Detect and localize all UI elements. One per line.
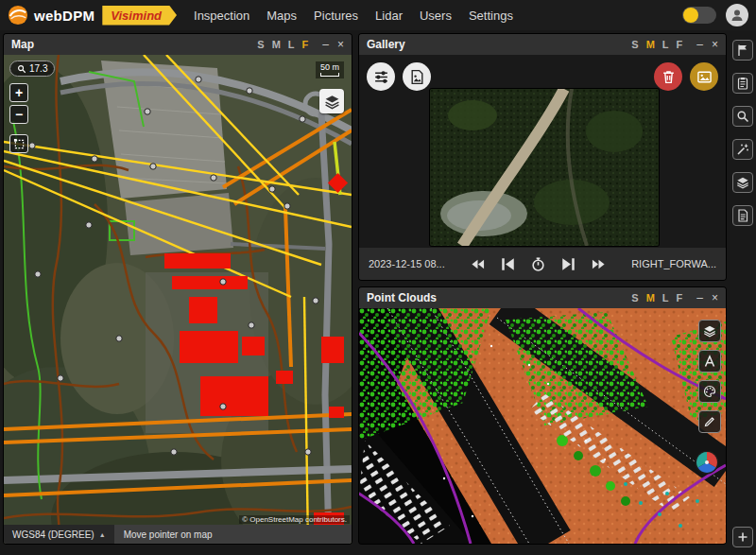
nav-item-pictures[interactable]: Pictures [314,9,358,23]
flags-tool-button[interactable] [732,40,753,61]
map-attribution: © OpenStreetMap contributors. [239,515,350,524]
gallery-minimize-button[interactable]: – [696,39,703,50]
pc-close-button[interactable]: × [712,292,718,304]
map-body: 17.3 + − 50 m © OpenStreetMap contributo… [4,55,352,544]
top-bar: webDPM Visimind Inspection Maps Pictures… [0,0,756,30]
gallery-camera-label: RIGHT_FORWA... [631,258,716,269]
gallery-filter-button[interactable] [367,62,395,91]
app-logo[interactable]: webDPM [8,5,94,26]
orientation-gizmo[interactable] [695,450,719,475]
point-clouds-body [359,308,726,544]
fast-forward-button[interactable] [589,254,608,273]
layers-tool-button[interactable] [732,172,753,193]
crs-selector-button[interactable]: WGS84 (DEGREE) ▲ [4,525,114,544]
toggle-knob-icon [683,8,698,23]
zoom-in-button[interactable]: + [9,83,28,102]
pc-size-small-button[interactable]: S [631,292,638,304]
measure-tool-button[interactable] [732,139,753,160]
map-status-bar: WGS84 (DEGREE) ▲ Move pointer on map [4,525,352,544]
point-clouds-panel-title: Point Clouds [367,291,437,304]
gallery-photo[interactable] [430,89,659,246]
zoom-level-indicator: 17.3 [9,61,55,77]
rewind-button[interactable] [468,254,487,273]
point-cloud-toolbar [698,320,721,433]
pc-layers-button[interactable] [698,320,721,342]
nav-item-users[interactable]: Users [420,9,452,23]
gallery-size-large-button[interactable]: L [662,39,669,50]
previous-frame-button[interactable] [498,254,517,273]
map-close-button[interactable]: × [337,39,344,50]
search-tool-button[interactable] [732,106,753,127]
map-canvas[interactable] [4,55,352,544]
add-panel-button[interactable] [732,527,753,547]
reports-tool-button[interactable] [732,73,753,94]
gallery-size-small-button[interactable]: S [631,39,638,50]
gallery-export-button[interactable] [403,62,431,91]
gallery-size-medium-button[interactable]: M [646,39,655,50]
pc-size-full-button[interactable]: F [677,292,683,304]
map-layers-button[interactable] [319,89,344,113]
pc-minimize-button[interactable]: – [696,292,703,304]
plus-icon [736,530,749,544]
gallery-delete-button[interactable] [654,62,682,91]
right-toolbar [730,30,756,555]
user-avatar-button[interactable] [726,4,748,26]
gallery-body: 2023-12-15 08... [359,55,726,280]
pc-color-palette-button[interactable] [698,380,721,403]
pc-size-medium-button[interactable]: M [646,292,655,304]
pointer-coordinates-hint: Move pointer on map [124,529,213,540]
map-minimize-button[interactable]: – [322,39,329,50]
document-icon [736,209,749,222]
next-frame-button[interactable] [558,254,577,273]
gallery-panel: Gallery S M L F – × [359,34,726,280]
main-nav: Inspection Maps Pictures Lidar Users Set… [194,9,513,23]
documents-tool-button[interactable] [732,205,753,226]
clipboard-icon [736,77,749,90]
stopwatch-icon [531,257,545,271]
map-size-full-button[interactable]: F [302,39,309,50]
zoom-level-value: 17.3 [29,63,47,74]
nav-item-settings[interactable]: Settings [469,9,513,23]
gallery-image-mode-button[interactable] [690,62,718,91]
point-clouds-panel-header: Point Clouds S M L F – × [359,287,726,308]
gallery-size-full-button[interactable]: F [677,39,683,50]
brush-icon [703,415,716,428]
gallery-panel-header: Gallery S M L F – × [359,34,726,55]
flag-icon [736,43,749,57]
gallery-close-button[interactable]: × [712,39,718,50]
point-clouds-panel: Point Clouds S M L F – × [359,287,726,544]
magnifier-icon [17,64,26,74]
zoom-out-button[interactable]: − [9,105,28,124]
person-icon [730,8,745,23]
theme-toggle[interactable] [682,7,716,24]
draw-extent-button[interactable] [9,134,28,153]
image-file-icon [409,69,425,85]
top-bar-actions [682,4,748,26]
pc-size-large-button[interactable]: L [662,292,669,304]
map-panel-header: Map S M L F – × [4,34,352,55]
trash-icon [661,69,677,85]
filter-sliders-icon [373,69,389,85]
timer-button[interactable] [528,254,547,273]
map-size-small-button[interactable]: S [257,39,264,50]
previous-frame-icon [501,257,515,271]
nav-item-lidar[interactable]: Lidar [375,9,403,23]
palette-icon [703,385,716,398]
map-size-large-button[interactable]: L [288,39,295,50]
map-scale-bar: 50 m [316,61,344,78]
gallery-timestamp: 2023-12-15 08... [369,258,445,269]
layers-icon [324,94,340,110]
point-cloud-canvas[interactable] [359,308,726,544]
rewind-icon [471,257,485,271]
map-size-medium-button[interactable]: M [272,39,281,50]
pc-classification-button[interactable] [698,350,721,373]
search-icon [736,110,749,123]
vendor-badge: Visimind [102,6,177,26]
nav-item-maps[interactable]: Maps [266,9,297,23]
nav-item-inspection[interactable]: Inspection [194,9,249,23]
logo-icon [8,5,28,26]
map-controls: + − [9,83,28,153]
pc-brush-button[interactable] [698,410,721,433]
map-panel-title: Map [11,38,34,51]
select-area-icon [13,138,26,150]
